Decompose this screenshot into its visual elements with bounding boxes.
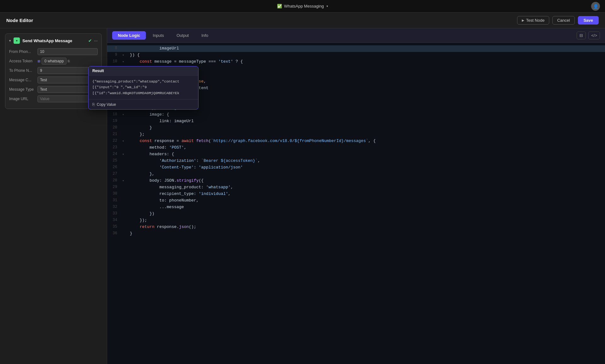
copy-value-button[interactable]: ⎘ Copy Value [89,99,198,109]
page-title: Node Editor [6,18,33,23]
code-line-35: 35 return response.json(); [107,224,605,230]
node-card: ▾ ✦ Send WhatsApp Message ✔ ··· From Pho… [5,33,102,109]
result-popup-content: {"messaging_product":"whatsapp","contact… [89,76,198,99]
tab-inputs[interactable]: Inputs [147,31,170,40]
node-status: ✔ ··· [88,38,98,43]
top-bar: ✅ WhatsApp Messaging ▾ 👤 [0,0,605,13]
copy-icon[interactable]: ⎘ [68,59,70,63]
whatsapp-icon: ✦ [15,39,18,43]
image-url-label: Image URL [9,97,37,101]
code-line-33: 33 }) [107,211,605,217]
node-title: Send WhatsApp Message [22,38,72,43]
node-collapse-chevron[interactable]: ▾ [9,39,11,43]
left-panel: ▾ ✦ Send WhatsApp Message ✔ ··· From Pho… [0,28,107,364]
node-icon: ✦ [14,37,20,44]
code-line-31: 31 to: phoneNumber, [107,197,605,204]
code-line-27: 27 }, [107,171,605,178]
node-menu-dots[interactable]: ··· [94,38,98,43]
check-icon: ✅ [277,4,282,9]
code-line-9: 9 ▾ }) { [107,52,605,59]
test-node-label: Test Node [526,18,545,23]
result-popup-header: Result [89,66,198,76]
code-line-30: 30 recipient_type: 'individual', [107,191,605,197]
chevron-down-icon[interactable]: ▾ [326,4,328,8]
code-line-10: 10 ▾ const message = messageType === 'te… [107,59,605,65]
result-line-3: [{"id":"wamid.HBgKOTU0MDA0MjQ0MRUCABEYEk [92,90,194,96]
tab-output[interactable]: Output [171,31,194,40]
avatar[interactable]: 👤 [591,2,600,11]
access-token-row: Access Token ⊞ 0 whatsapp ⎘ [9,58,98,65]
result-line-1: {"messaging_product":"whatsapp","contact [92,79,194,84]
code-line-19: 19 link: imageUrl [107,118,605,125]
copy-value-label: Copy Value [97,102,116,107]
code-line-18: 18 ▾ image: { [107,111,605,118]
play-icon: ▶ [522,19,524,22]
code-line-20: 20 } [107,125,605,131]
from-phone-value [37,48,98,55]
message-content-row: Message C... Test [9,77,98,83]
code-line-22: 22 ▾ const response = await fetch(`https… [107,138,605,145]
from-phone-row: From Phon... [9,48,98,55]
code-line-24: 24 ▾ headers: { [107,151,605,158]
code-line-25: 25 'Authorization': `Bearer ${accessToke… [107,158,605,164]
image-url-input[interactable] [37,95,93,102]
code-line-8: 8 imageUrl [107,45,605,52]
tab-node-logic[interactable]: Node Logic [112,31,146,40]
split-view-icon: ⊟ [579,33,583,38]
app-title: ✅ WhatsApp Messaging ▾ [277,4,328,9]
result-popup: Result {"messaging_product":"whatsapp","… [88,66,199,110]
test-node-button[interactable]: ▶ Test Node [517,16,550,25]
message-content-label: Message C... [9,78,37,82]
code-view-icon: </> [591,33,597,38]
tabs-right: ⊟ </> [577,31,600,39]
code-line-26: 26 'Content-Type': 'application/json' [107,164,605,171]
status-check-icon: ✔ [88,38,92,43]
code-line-29: 29 messaging_product: 'whatsapp', [107,184,605,191]
app-title-text: WhatsApp Messaging [284,4,324,9]
message-type-row: Message Type Text Image ▾ [9,86,98,93]
tab-info[interactable]: Info [196,31,214,40]
code-view-button[interactable]: </> [588,31,600,39]
to-phone-label: To Phone N... [9,68,37,73]
header-bar: Node Editor ▶ Test Node Cancel Save [0,13,605,28]
result-line-2: [{"input":"9 ","wa_id":"9 [92,84,194,90]
access-token-badge: 0 whatsapp [42,58,66,65]
code-line-32: 32 ...message [107,204,605,211]
link-icon: ⊞ [37,59,40,63]
save-button[interactable]: Save [578,16,599,25]
code-line-36: 36 } [107,230,605,237]
node-card-header: ▾ ✦ Send WhatsApp Message ✔ ··· [9,37,98,44]
code-line-28: 28 ▾ body: JSON.stringify({ [107,178,605,184]
access-token-label: Access Token [9,59,37,63]
code-line-21: 21 }; [107,131,605,138]
code-line-23: 23 method: 'POST', [107,145,605,151]
copy-value-icon: ⎘ [92,102,95,107]
message-type-label: Message Type [9,87,37,92]
from-phone-label: From Phon... [9,49,37,54]
from-phone-input[interactable] [37,48,98,55]
header-actions: ▶ Test Node Cancel Save [517,16,599,25]
cancel-button[interactable]: Cancel [552,16,574,25]
to-phone-row: To Phone N... [9,67,98,74]
tabs-left: Node Logic Inputs Output Info [112,31,214,40]
access-token-value: ⊞ 0 whatsapp ⎘ [37,58,98,65]
split-view-button[interactable]: ⊟ [577,31,586,39]
tabs-bar: Node Logic Inputs Output Info ⊟ </> [107,28,605,43]
main-content: ▾ ✦ Send WhatsApp Message ✔ ··· From Pho… [0,28,605,364]
image-url-row: Image URL ✎ [9,95,98,102]
code-line-34: 34 }); [107,217,605,224]
